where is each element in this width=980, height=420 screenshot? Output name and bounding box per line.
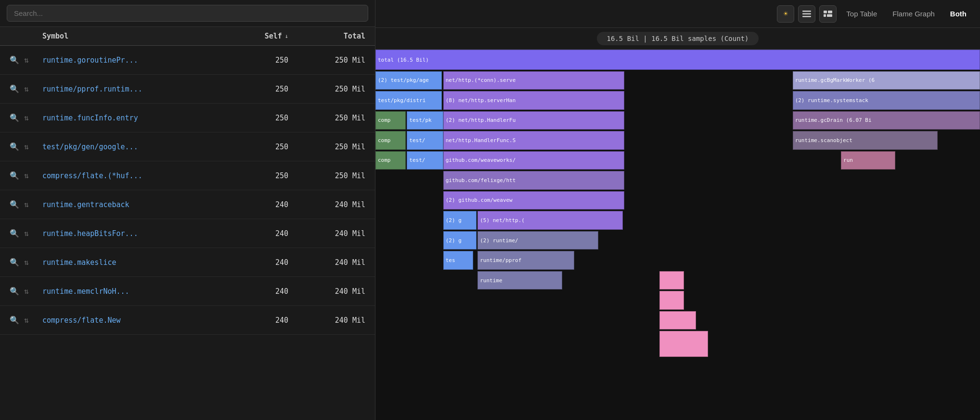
row-self: 240 (221, 287, 298, 296)
table-row: 🔍 ⇅ test/pkg/gen/google... 250 250 Mil (0, 132, 375, 161)
row-actions: 🔍 ⇅ (0, 287, 39, 296)
row-actions: 🔍 ⇅ (0, 229, 39, 238)
flame-block[interactable]: test/pk (407, 111, 443, 130)
row-actions: 🔍 ⇅ (0, 315, 39, 325)
search-row-icon[interactable]: 🔍 (10, 315, 19, 325)
flame-block[interactable]: test/ (407, 131, 443, 149)
row-symbol[interactable]: runtime.memclrNoH... (39, 287, 221, 296)
top-toolbar: ☀ Top Table Flame Graph Both (375, 0, 980, 28)
grid-view-button[interactable] (819, 5, 837, 23)
row-total: 250 Mil (298, 56, 375, 65)
flame-block[interactable]: runtime/pprof (477, 251, 574, 269)
expand-row-icon[interactable]: ⇅ (24, 258, 29, 267)
table-row: 🔍 ⇅ compress/flate.(*huf... 250 250 Mil (0, 161, 375, 190)
flame-block[interactable]: (2) test/pkg/age (375, 71, 442, 90)
row-total: 240 Mil (298, 200, 375, 209)
table-row: 🔍 ⇅ compress/flate.New 240 240 Mil (0, 306, 375, 335)
row-total: 240 Mil (298, 287, 375, 296)
flame-block[interactable]: test/ (407, 151, 443, 170)
flame-graph: total (16.5 Bil)(2) test/pkg/agenet/http… (375, 50, 980, 420)
search-row-icon[interactable]: 🔍 (10, 200, 19, 209)
flame-container[interactable]: total (16.5 Bil)(2) test/pkg/agenet/http… (375, 50, 980, 420)
sort-arrow-icon: ↓ (285, 33, 288, 39)
row-total: 240 Mil (298, 258, 375, 267)
flame-block[interactable]: (2) github.com/weavew (443, 191, 625, 210)
row-symbol[interactable]: compress/flate.New (39, 316, 221, 325)
search-input[interactable] (7, 5, 368, 22)
flame-block[interactable]: (5) net/http.( (477, 211, 622, 229)
flame-stats: 16.5 Bil | 16.5 Bil samples (Count) (597, 32, 758, 45)
expand-row-icon[interactable]: ⇅ (24, 229, 29, 238)
flame-block[interactable]: total (16.5 Bil) (375, 50, 980, 70)
table-row: 🔍 ⇅ runtime.gentraceback 240 240 Mil (0, 190, 375, 219)
row-self: 240 (221, 229, 298, 238)
row-self: 250 (221, 85, 298, 93)
expand-row-icon[interactable]: ⇅ (24, 84, 29, 93)
flame-block[interactable]: (2) runtime.systemstack (793, 91, 980, 109)
expand-row-icon[interactable]: ⇅ (24, 55, 29, 65)
flame-block[interactable]: run (841, 151, 895, 170)
row-total: 240 Mil (298, 316, 375, 325)
flame-block[interactable]: runtime.gcBgMarkWorker (6 (793, 71, 980, 90)
col-self-header[interactable]: Self ↓ (221, 32, 298, 40)
expand-row-icon[interactable]: ⇅ (24, 315, 29, 325)
flame-block[interactable] (659, 311, 696, 329)
list-view-button[interactable] (798, 5, 815, 23)
table-row: 🔍 ⇅ runtime.goroutinePr... 250 250 Mil (0, 46, 375, 75)
search-row-icon[interactable]: 🔍 (10, 55, 19, 65)
flame-block[interactable]: net/http.HandlerFunc.S (443, 131, 625, 149)
row-symbol[interactable]: test/pkg/gen/google... (39, 143, 221, 151)
top-table-button[interactable]: Top Table (840, 7, 883, 21)
svg-rect-3 (824, 11, 827, 13)
table-header: Symbol Self ↓ Total (0, 27, 375, 46)
row-symbol[interactable]: runtime/pprof.runtim... (39, 85, 221, 93)
expand-row-icon[interactable]: ⇅ (24, 200, 29, 209)
expand-row-icon[interactable]: ⇅ (24, 142, 29, 151)
flame-block[interactable] (659, 271, 683, 289)
expand-row-icon[interactable]: ⇅ (24, 287, 29, 296)
search-row-icon[interactable]: 🔍 (10, 142, 19, 151)
flame-block[interactable]: comp (375, 131, 406, 149)
row-symbol[interactable]: runtime.goroutinePr... (39, 56, 221, 65)
table-row: 🔍 ⇅ runtime/pprof.runtim... 250 250 Mil (0, 75, 375, 104)
flame-block[interactable]: test/pkg/distri (375, 91, 442, 109)
flame-block[interactable]: github.com/weaveworks/ (443, 151, 625, 170)
search-row-icon[interactable]: 🔍 (10, 229, 19, 238)
row-symbol[interactable]: runtime.heapBitsFor... (39, 229, 221, 238)
expand-row-icon[interactable]: ⇅ (24, 113, 29, 122)
row-symbol[interactable]: runtime.gentraceback (39, 200, 221, 209)
search-row-icon[interactable]: 🔍 (10, 113, 19, 122)
flame-block[interactable] (659, 331, 708, 357)
flame-block[interactable]: runtime.gcDrain (6.07 Bi (793, 111, 980, 130)
flame-block[interactable]: (2) runtime/ (477, 231, 598, 249)
flame-block[interactable]: github.com/felixge/htt (443, 171, 625, 189)
flame-block[interactable]: comp (375, 151, 406, 170)
flame-block[interactable]: (2) g (443, 211, 477, 229)
flame-block[interactable]: tes (443, 251, 474, 269)
row-symbol[interactable]: runtime.makeslice (39, 258, 221, 267)
flame-block[interactable] (659, 291, 683, 309)
flame-block[interactable]: runtime (477, 271, 562, 289)
flame-graph-button[interactable]: Flame Graph (887, 7, 941, 21)
col-symbol-header: Symbol (39, 32, 221, 40)
svg-rect-0 (802, 11, 811, 12)
row-total: 250 Mil (298, 171, 375, 180)
both-button[interactable]: Both (944, 7, 972, 21)
search-row-icon[interactable]: 🔍 (10, 171, 19, 180)
flame-block[interactable]: (2) net/http.HandlerFu (443, 111, 625, 130)
search-row-icon[interactable]: 🔍 (10, 258, 19, 267)
row-symbol[interactable]: compress/flate.(*huf... (39, 171, 221, 180)
theme-toggle-button[interactable]: ☀ (777, 5, 794, 23)
right-panel: ☀ Top Table Flame Graph Both (375, 0, 980, 420)
row-total: 250 Mil (298, 114, 375, 122)
flame-block[interactable]: (2) g (443, 231, 477, 249)
flame-block[interactable]: comp (375, 111, 406, 130)
search-row-icon[interactable]: 🔍 (10, 84, 19, 93)
row-actions: 🔍 ⇅ (0, 171, 39, 180)
flame-block[interactable]: runtime.scanobject (793, 131, 938, 149)
row-symbol[interactable]: runtime.funcInfo.entry (39, 114, 221, 122)
flame-block[interactable]: net/http.(*conn).serve (443, 71, 625, 90)
expand-row-icon[interactable]: ⇅ (24, 171, 29, 180)
search-row-icon[interactable]: 🔍 (10, 287, 19, 296)
flame-block[interactable]: (8) net/http.serverHan (443, 91, 625, 109)
